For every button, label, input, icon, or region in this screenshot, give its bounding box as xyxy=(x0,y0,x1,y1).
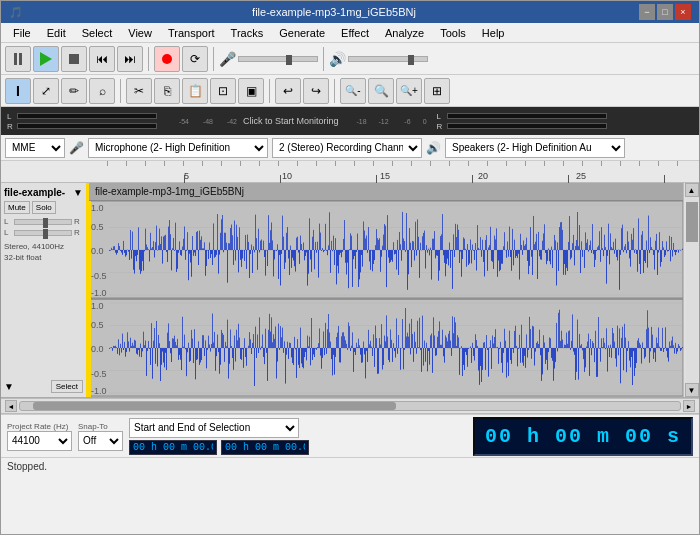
gain-slider[interactable] xyxy=(14,219,72,225)
status-text: Stopped. xyxy=(7,461,47,472)
undo-button[interactable]: ↩ xyxy=(275,78,301,104)
mute-button[interactable]: Mute xyxy=(4,201,30,214)
cut-button[interactable]: ✂ xyxy=(126,78,152,104)
skip-fwd-button[interactable]: ⏭ xyxy=(117,46,143,72)
track-header: file-example- ▼ Mute Solo L R L R Stereo… xyxy=(1,183,89,397)
hscroll-left-button[interactable]: ◄ xyxy=(5,400,17,412)
zoom-fit-button[interactable]: 🔍 xyxy=(368,78,394,104)
mic-icon: 🎤 xyxy=(219,51,236,67)
project-rate-label: Project Rate (Hz) xyxy=(7,422,72,431)
hscroll-thumb[interactable] xyxy=(33,402,396,410)
menu-item-edit[interactable]: Edit xyxy=(39,25,74,41)
selection-group: Start and End of Selection xyxy=(129,418,461,455)
toolbar-separator-5 xyxy=(269,79,270,103)
selection-mode-select[interactable]: Start and End of Selection xyxy=(129,418,299,438)
waveform-title: file-example-mp3-1mg_iGEb5BNj xyxy=(95,186,244,197)
vscroll-up-button[interactable]: ▲ xyxy=(685,183,699,197)
zoom-out-button[interactable]: 🔍- xyxy=(340,78,366,104)
snap-to-group: Snap-To Off xyxy=(78,422,123,451)
hscroll-right-button[interactable]: ► xyxy=(683,400,695,412)
mic-volume-slider[interactable] xyxy=(238,56,318,62)
ruler-major-ticks xyxy=(89,175,683,183)
toolbar-edit: I ⤢ ✏ ⌕ ✂ ⎘ 📋 ⊡ ▣ ↩ ↪ 🔍- 🔍 🔍+ ⊞ xyxy=(1,75,699,107)
fit-tracks-button[interactable]: ⊞ xyxy=(424,78,450,104)
vscroll-track[interactable] xyxy=(686,197,698,383)
ruler-minor-ticks xyxy=(89,161,683,166)
zoom-tool-button[interactable]: ⌕ xyxy=(89,78,115,104)
close-button[interactable]: × xyxy=(675,4,691,20)
gain-left-label: L xyxy=(4,217,12,226)
maximize-button[interactable]: □ xyxy=(657,4,673,20)
gain-right-label: R xyxy=(74,217,80,226)
select-track-button[interactable]: Select xyxy=(51,380,83,393)
menu-item-generate[interactable]: Generate xyxy=(271,25,333,41)
output-vu-scale: -18 -12 -6 0 xyxy=(345,118,427,125)
timeline-ruler: 5 10 15 20 25 xyxy=(1,161,699,183)
skip-back-button[interactable]: ⏮ xyxy=(89,46,115,72)
envelope-tool-button[interactable]: ⤢ xyxy=(33,78,59,104)
solo-button[interactable]: Solo xyxy=(32,201,56,214)
menu-item-view[interactable]: View xyxy=(120,25,160,41)
click-to-monitor[interactable]: Click to Start Monitoring xyxy=(243,116,339,126)
output-vu: L R xyxy=(437,112,607,131)
trim-button[interactable]: ⊡ xyxy=(210,78,236,104)
menu-item-tools[interactable]: Tools xyxy=(432,25,474,41)
play-button[interactable] xyxy=(33,46,59,72)
status-bar: Stopped. xyxy=(1,457,699,474)
bottom-controls: Project Rate (Hz) 44100 Snap-To Off Star… xyxy=(1,415,699,457)
horizontal-scrollbar[interactable]: ◄ ► xyxy=(1,398,699,414)
waveform-canvas[interactable] xyxy=(89,201,683,397)
project-rate-group: Project Rate (Hz) 44100 xyxy=(7,422,72,451)
collapse-icon[interactable]: ▼ xyxy=(4,381,14,392)
device-row: MME 🎤 Microphone (2- High Definition 2 (… xyxy=(1,135,699,161)
ruler-inner: 5 10 15 20 25 xyxy=(89,161,683,183)
menu-item-select[interactable]: Select xyxy=(74,25,121,41)
silence-button[interactable]: ▣ xyxy=(238,78,264,104)
menu-item-transport[interactable]: Transport xyxy=(160,25,223,41)
copy-button[interactable]: ⎘ xyxy=(154,78,180,104)
hscroll-track[interactable] xyxy=(19,401,681,411)
menu-item-help[interactable]: Help xyxy=(474,25,513,41)
menu-item-effect[interactable]: Effect xyxy=(333,25,377,41)
loop-button[interactable]: ⟳ xyxy=(182,46,208,72)
paste-button[interactable]: 📋 xyxy=(182,78,208,104)
select-tool-button[interactable]: I xyxy=(5,78,31,104)
minimize-button[interactable]: − xyxy=(639,4,655,20)
input-vu: L R xyxy=(7,112,157,131)
vscroll-down-button[interactable]: ▼ xyxy=(685,383,699,397)
stop-button[interactable] xyxy=(61,46,87,72)
pause-button[interactable] xyxy=(5,46,31,72)
toolbar-transport: ⏮ ⏭ ⟳ 🎤 🔊 xyxy=(1,43,699,75)
toolbar-separator-3 xyxy=(323,47,324,71)
recording-channel-select[interactable]: 2 (Stereo) Recording Chann ... xyxy=(272,138,422,158)
toolbar-separator-6 xyxy=(334,79,335,103)
track-name: file-example- xyxy=(4,187,65,198)
pan-right-label: R xyxy=(74,228,80,237)
track-info: Stereo, 44100Hz 32-bit float xyxy=(4,241,83,263)
bottom-bar: Project Rate (Hz) 44100 Snap-To Off Star… xyxy=(1,414,699,474)
zoom-in-button[interactable]: 🔍+ xyxy=(396,78,422,104)
mic-device-select[interactable]: Microphone (2- High Definition xyxy=(88,138,268,158)
track-menu-icon[interactable]: ▼ xyxy=(73,187,83,198)
record-button[interactable] xyxy=(154,46,180,72)
vscroll-thumb[interactable] xyxy=(686,202,698,242)
time-display: 00 h 00 m 00 s xyxy=(473,417,693,456)
menu-item-analyze[interactable]: Analyze xyxy=(377,25,432,41)
project-rate-select[interactable]: 44100 xyxy=(7,431,72,451)
snap-to-select[interactable]: Off xyxy=(78,431,123,451)
output-device-select[interactable]: Speakers (2- High Definition Au xyxy=(445,138,625,158)
time-display-text: 00 h 00 m 00 s xyxy=(485,425,681,448)
output-volume-slider[interactable] xyxy=(348,56,428,62)
selection-end-input[interactable] xyxy=(221,440,309,455)
vertical-scrollbar[interactable]: ▲ ▼ xyxy=(683,183,699,397)
selection-start-input[interactable] xyxy=(129,440,217,455)
menu-item-file[interactable]: File xyxy=(5,25,39,41)
app-icon: 🎵 xyxy=(9,6,23,19)
redo-button[interactable]: ↪ xyxy=(303,78,329,104)
menu-item-tracks[interactable]: Tracks xyxy=(223,25,272,41)
waveform-title-bar: file-example-mp3-1mg_iGEb5BNj xyxy=(89,183,683,201)
pan-slider[interactable] xyxy=(14,230,72,236)
track-area: file-example- ▼ Mute Solo L R L R Stereo… xyxy=(1,183,699,398)
audio-system-select[interactable]: MME xyxy=(5,138,65,158)
draw-tool-button[interactable]: ✏ xyxy=(61,78,87,104)
